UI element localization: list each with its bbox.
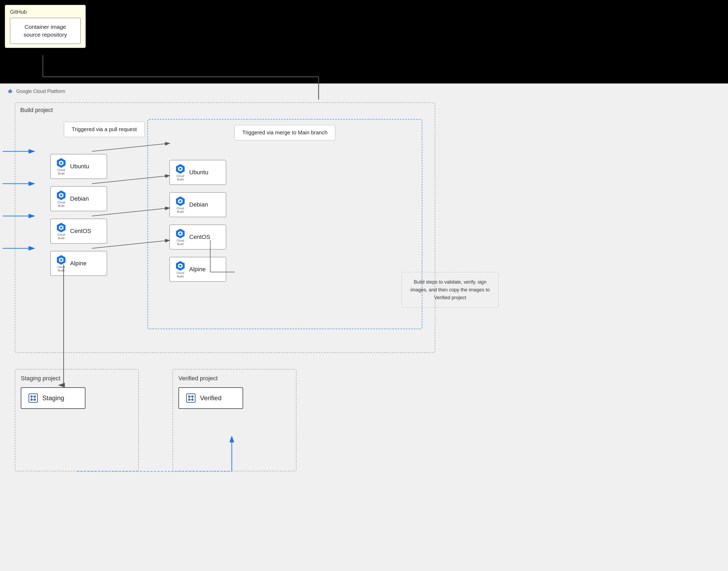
svg-point-62 — [181, 234, 183, 235]
hexagon-icon-2 — [56, 190, 67, 201]
verified-label: Verified — [200, 394, 221, 402]
svg-rect-75 — [29, 394, 37, 403]
hexagon-icon-4 — [56, 254, 67, 265]
gcp-label: Google Cloud Platform — [6, 88, 65, 94]
staging-project-label: Staging project — [21, 375, 133, 382]
svg-point-19 — [59, 196, 60, 197]
svg-point-87 — [188, 398, 190, 401]
service-box-ubuntu-right: CloudBuild Ubuntu — [170, 160, 226, 185]
staging-service-box: Staging — [21, 387, 85, 409]
svg-rect-84 — [186, 394, 195, 403]
hexagon-icon-3 — [56, 222, 67, 233]
svg-point-54 — [180, 202, 181, 204]
svg-point-72 — [180, 267, 181, 268]
cloud-build-icon-debian-right: CloudBuild — [174, 196, 186, 214]
svg-point-11 — [59, 161, 60, 163]
svg-point-51 — [180, 199, 181, 200]
svg-point-37 — [59, 260, 60, 261]
trigger-merge-box: Triggered via merge to Main branch — [235, 125, 335, 140]
service-box-debian-right: CloudBuild Debian — [170, 192, 226, 217]
svg-point-71 — [181, 266, 183, 267]
svg-point-15 — [61, 193, 62, 195]
svg-point-68 — [179, 265, 181, 267]
svg-rect-83 — [32, 399, 34, 400]
svg-point-38 — [59, 258, 60, 260]
top-connectors — [0, 0, 728, 84]
alpine-left-label: Alpine — [70, 260, 87, 267]
svg-rect-89 — [190, 396, 192, 397]
svg-point-43 — [181, 167, 183, 169]
svg-rect-92 — [190, 399, 192, 400]
service-box-centos-left: CloudBuild CentOS — [51, 219, 107, 243]
svg-point-28 — [59, 228, 60, 229]
svg-rect-91 — [192, 397, 193, 399]
svg-point-63 — [180, 235, 181, 236]
cloud-build-icon-debian-left: CloudBuild — [55, 190, 67, 208]
centos-left-label: CentOS — [70, 228, 91, 235]
svg-point-73 — [178, 266, 180, 267]
svg-point-78 — [30, 398, 32, 401]
svg-point-8 — [62, 163, 64, 164]
svg-point-61 — [181, 232, 183, 234]
svg-point-25 — [62, 226, 64, 228]
svg-point-18 — [61, 196, 62, 198]
svg-point-34 — [62, 258, 64, 260]
debian-left-label: Debian — [70, 195, 89, 202]
service-box-ubuntu-left: CloudBuild Ubuntu — [51, 154, 107, 179]
cloud-build-icon-centos-left: CloudBuild — [55, 222, 67, 240]
verified-project-label: Verified project — [178, 375, 290, 382]
svg-point-42 — [180, 167, 181, 168]
svg-point-17 — [62, 196, 64, 197]
svg-point-26 — [62, 228, 64, 229]
svg-point-7 — [62, 161, 64, 163]
svg-rect-82 — [34, 397, 35, 399]
svg-point-33 — [61, 258, 62, 259]
verified-project-container: Verified project Verified — [173, 369, 296, 471]
svg-point-60 — [180, 231, 181, 233]
debian-right-label: Debian — [189, 201, 208, 208]
hexagon-icon-5 — [175, 163, 186, 174]
verified-service-box: Verified — [178, 387, 243, 409]
svg-point-23 — [60, 227, 62, 229]
hexagon-icon-7 — [175, 228, 186, 239]
gcp-logo-icon — [6, 88, 14, 94]
svg-point-65 — [178, 232, 180, 234]
svg-point-52 — [181, 200, 183, 201]
hexagon-icon-6 — [175, 196, 186, 207]
svg-point-10 — [59, 163, 60, 164]
svg-point-16 — [62, 194, 64, 195]
svg-point-44 — [181, 169, 183, 170]
svg-point-69 — [180, 264, 181, 265]
staging-project-container: Staging project Staging — [15, 369, 139, 471]
svg-point-20 — [59, 194, 60, 195]
svg-point-64 — [178, 234, 180, 235]
svg-rect-80 — [32, 396, 34, 397]
svg-rect-90 — [189, 397, 190, 399]
merge-section-container: Triggered via merge to Main branch — [148, 119, 422, 329]
svg-point-24 — [61, 225, 62, 227]
svg-point-27 — [61, 229, 62, 230]
trigger-pull-box: Triggered via a pull request — [64, 122, 145, 137]
svg-point-74 — [178, 264, 180, 266]
svg-point-32 — [60, 259, 62, 261]
svg-point-53 — [181, 202, 183, 203]
svg-point-56 — [178, 200, 180, 201]
service-box-alpine-left: CloudBuild Alpine — [51, 251, 107, 276]
verified-artifact-icon — [185, 393, 196, 404]
svg-point-9 — [61, 164, 62, 165]
gcp-text: Google Cloud Platform — [16, 89, 65, 94]
hexagon-icon — [56, 157, 67, 168]
cloud-build-icon-ubuntu-left: CloudBuild — [55, 157, 67, 175]
staging-artifact-icon — [28, 393, 38, 404]
note-text: Build steps to validate, verify, sign im… — [411, 279, 490, 300]
svg-point-50 — [179, 200, 181, 202]
svg-point-46 — [178, 169, 180, 170]
cloud-build-icon-ubuntu-right: CloudBuild — [174, 163, 186, 181]
svg-point-79 — [34, 398, 36, 401]
svg-point-35 — [62, 260, 64, 261]
svg-point-36 — [61, 261, 62, 262]
cloud-build-icon-alpine-left: CloudBuild — [55, 254, 67, 272]
service-box-alpine-right: CloudBuild Alpine — [170, 257, 226, 282]
svg-point-86 — [191, 395, 193, 397]
service-box-centos-right: CloudBuild CentOS — [170, 225, 226, 249]
